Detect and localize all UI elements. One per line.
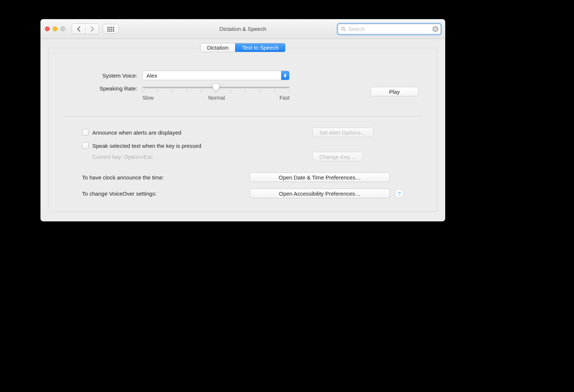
titlebar: Dictation & Speech <box>40 19 445 39</box>
help-button[interactable]: ? <box>395 189 404 198</box>
settings-panel: Dictation Text to Speech System Voice: A… <box>49 48 437 212</box>
content-area: Dictation Text to Speech System Voice: A… <box>40 39 445 221</box>
voiceover-label: To change VoiceOver settings: <box>82 190 250 197</box>
speak-selected-label: Speak selected text when the key is pres… <box>92 143 201 149</box>
zoom-button <box>60 26 65 31</box>
minimize-button[interactable] <box>53 26 57 31</box>
x-icon <box>434 27 437 31</box>
forward-button[interactable] <box>85 24 99 34</box>
speak-selected-row: Speak selected text when the key is pres… <box>82 142 404 149</box>
open-date-time-button[interactable]: Open Date & Time Preferences… <box>250 172 390 182</box>
chevron-right-icon <box>91 26 94 32</box>
current-key-text: Current key: Option+Esc <box>82 154 153 160</box>
announce-alerts-label: Announce when alerts are displayed <box>92 129 181 136</box>
system-voice-value: Alex <box>146 72 157 79</box>
voiceover-row: To change VoiceOver settings: Open Acces… <box>82 189 404 198</box>
search-field-wrap <box>338 24 441 34</box>
speaking-rate-label: Speaking Rate: <box>67 85 137 92</box>
fast-label: Fast <box>280 95 290 101</box>
svg-line-1 <box>344 29 346 31</box>
chevron-left-icon <box>77 26 81 32</box>
change-key-button: Change Key… <box>312 152 362 161</box>
play-button[interactable]: Play <box>371 87 418 96</box>
slider-labels: Slow Normal Fast <box>142 95 290 101</box>
traffic-lights <box>45 26 65 31</box>
search-input[interactable] <box>338 24 441 34</box>
normal-label: Normal <box>208 95 225 101</box>
set-alert-options-button: Set Alert Options… <box>312 128 373 137</box>
clock-label: To have clock announce the time: <box>82 174 250 181</box>
speak-selected-checkbox[interactable] <box>82 142 89 149</box>
divider <box>64 116 422 117</box>
system-voice-row: System Voice: Alex <box>67 71 418 80</box>
announce-alerts-row: Announce when alerts are displayed Set A… <box>82 128 404 137</box>
current-key-row: Current key: Option+Esc Change Key… <box>82 152 404 161</box>
tab-dictation[interactable]: Dictation <box>201 43 235 52</box>
nav-segment <box>72 24 99 34</box>
tab-segment: Dictation Text to Speech <box>200 43 286 52</box>
slow-label: Slow <box>142 95 153 101</box>
back-button[interactable] <box>72 24 85 34</box>
system-voice-label: System Voice: <box>67 72 137 79</box>
open-accessibility-button[interactable]: Open Accessibility Preferences… <box>250 189 390 198</box>
announce-alerts-checkbox[interactable] <box>82 129 89 136</box>
slider-knob[interactable] <box>212 83 220 92</box>
preferences-window: Dictation & Speech Dictation Text to Spe… <box>40 19 445 221</box>
select-arrows-icon <box>281 71 289 80</box>
tab-text-to-speech[interactable]: Text to Speech <box>235 43 285 52</box>
close-button[interactable] <box>45 26 50 31</box>
speaking-rate-slider[interactable]: Slow Normal Fast <box>142 87 290 101</box>
speaking-rate-row: Speaking Rate: Slow Normal <box>67 87 418 101</box>
clear-search-button[interactable] <box>432 26 439 32</box>
search-icon <box>341 26 346 32</box>
clock-row: To have clock announce the time: Open Da… <box>82 172 404 182</box>
system-voice-select[interactable]: Alex <box>142 71 290 80</box>
grid-icon <box>107 27 114 31</box>
show-all-button[interactable] <box>103 24 119 34</box>
